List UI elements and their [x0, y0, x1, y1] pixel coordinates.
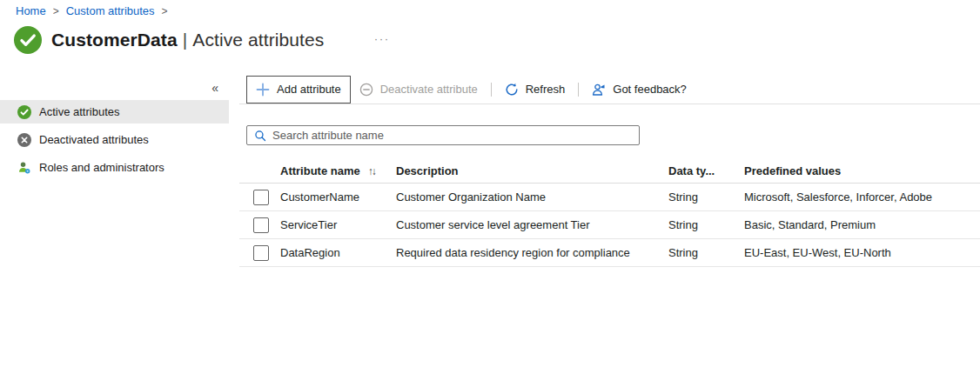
table-row: CustomerName Customer Organization Name … [239, 184, 980, 211]
breadcrumb-chevron-icon: > [46, 5, 66, 17]
refresh-icon [505, 83, 519, 97]
description-cell: Required data residency region for compl… [396, 246, 668, 259]
check-circle-icon [14, 26, 42, 54]
sidebar-item-label: Deactivated attributes [39, 133, 149, 146]
deactivate-attribute-button: Deactivate attribute [351, 76, 487, 104]
predefined-values-cell: EU-East, EU-West, EU-North [744, 246, 980, 259]
search-icon [254, 130, 266, 142]
check-circle-icon [17, 105, 31, 119]
data-type-cell: String [668, 218, 744, 231]
got-feedback-label: Got feedback? [613, 83, 687, 96]
page-title: CustomerData|Active attributes [51, 30, 324, 50]
row-checkbox[interactable] [253, 190, 269, 205]
feedback-person-icon [592, 83, 606, 97]
search-box [246, 125, 640, 145]
attribute-name-cell: CustomerName [280, 190, 396, 204]
column-header-label: Attribute name [280, 164, 360, 177]
more-menu-icon[interactable]: ··· [374, 33, 390, 45]
row-checkbox[interactable] [253, 217, 269, 233]
sidebar: « Active attributes Deactivated attribut… [0, 78, 229, 184]
breadcrumb-link-home[interactable]: Home [16, 4, 46, 17]
breadcrumb-chevron-icon: > [155, 5, 175, 17]
sort-arrows-icon[interactable]: ↑↓ [368, 165, 375, 177]
deactivate-attribute-label: Deactivate attribute [380, 83, 478, 96]
add-attribute-button[interactable]: Add attribute [246, 76, 351, 104]
column-header-predefined-values: Predefined values [744, 164, 980, 177]
sidebar-item-label: Roles and administrators [39, 161, 164, 174]
command-bar: Add attribute Deactivate attribute Refre… [239, 75, 980, 104]
page-header: CustomerData|Active attributes [14, 26, 324, 54]
sidebar-item-active-attributes[interactable]: Active attributes [0, 100, 229, 124]
row-checkbox[interactable] [253, 245, 269, 261]
page-title-subtitle: Active attributes [192, 30, 324, 50]
table-row: ServiceTier Customer service level agree… [239, 211, 980, 239]
attributes-table: Attribute name ↑↓ Description Data ty...… [239, 159, 980, 267]
predefined-values-cell: Microsoft, Salesforce, Inforcer, Adobe [744, 190, 980, 204]
page-title-name: CustomerData [51, 30, 178, 50]
column-header-attribute-name[interactable]: Attribute name ↑↓ [280, 164, 396, 177]
page-title-separator: | [178, 30, 193, 50]
column-header-data-type: Data ty... [668, 164, 744, 177]
data-type-cell: String [668, 246, 744, 259]
attribute-name-cell: ServiceTier [280, 218, 396, 231]
got-feedback-button[interactable]: Got feedback? [583, 76, 695, 104]
circle-minus-icon [359, 83, 373, 97]
description-cell: Customer service level agreement Tier [396, 218, 668, 231]
sidebar-item-deactivated-attributes[interactable]: Deactivated attributes [0, 128, 229, 151]
sidebar-collapse-row: « [0, 78, 229, 97]
column-header-description: Description [396, 164, 668, 177]
table-header-row: Attribute name ↑↓ Description Data ty...… [239, 159, 980, 184]
sidebar-item-label: Active attributes [39, 105, 120, 118]
description-cell: Customer Organization Name [396, 190, 668, 204]
data-type-cell: String [668, 190, 744, 204]
add-attribute-label: Add attribute [277, 83, 341, 96]
table-row: DataRegion Required data residency regio… [239, 239, 980, 267]
sidebar-item-roles-and-administrators[interactable]: Roles and administrators [0, 156, 229, 179]
breadcrumb: Home > Custom attributes > [16, 4, 175, 17]
toolbar-divider [578, 83, 579, 97]
collapse-sidebar-icon[interactable]: « [211, 81, 218, 95]
plus-icon [256, 83, 270, 97]
toolbar-divider [491, 83, 492, 97]
main-pane: Add attribute Deactivate attribute Refre… [239, 75, 980, 267]
x-circle-icon [17, 133, 31, 147]
breadcrumb-link-custom-attributes[interactable]: Custom attributes [66, 4, 155, 17]
attribute-name-cell: DataRegion [280, 246, 396, 259]
refresh-label: Refresh [526, 83, 566, 96]
predefined-values-cell: Basic, Standard, Premium [744, 218, 980, 231]
search-input[interactable] [272, 126, 639, 144]
refresh-button[interactable]: Refresh [496, 76, 574, 104]
sidebar-nav: Active attributes Deactivated attributes [0, 100, 229, 179]
roles-person-icon [17, 161, 31, 175]
